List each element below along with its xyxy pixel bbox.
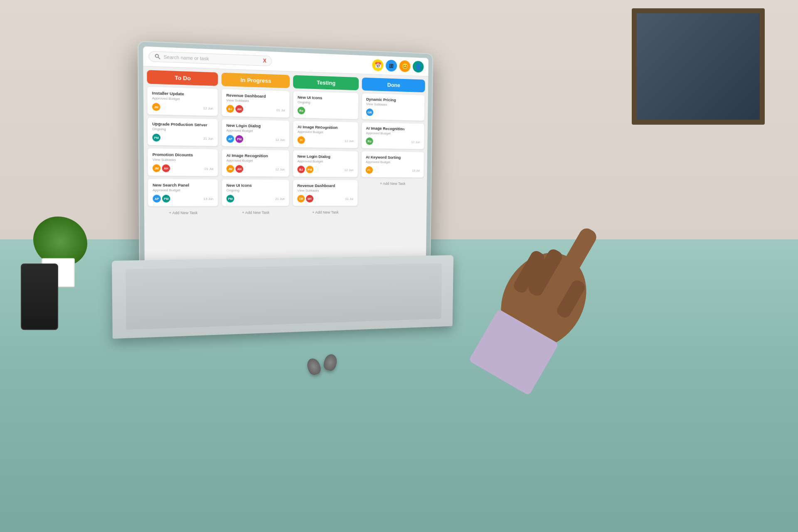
laptop: Search name or task X 📅 ⊞ 😊 👤 To DoInsta…	[138, 41, 479, 355]
task-date: 21 Jun	[203, 136, 213, 140]
task-card[interactable]: AI Image RecognitionApproved BudgetRo12 …	[362, 122, 425, 150]
kanban-board: To DoInstaller UpdateApproved BudgetJM12…	[143, 66, 429, 281]
keyboard-keys	[126, 263, 442, 330]
task-title: Revenue Dashboard	[297, 183, 353, 188]
column-todo: To DoInstaller UpdateApproved BudgetJM12…	[147, 70, 218, 277]
task-subtitle: Approved Budget	[366, 160, 420, 164]
profile-icon[interactable]: 👤	[413, 61, 424, 73]
avatar-badge: PM	[306, 166, 313, 173]
task-avatars: PM	[152, 133, 160, 141]
search-wrapper[interactable]: Search name or task X	[148, 51, 272, 66]
task-card[interactable]: New UI IconsOngoingPM21 Jun	[222, 179, 289, 207]
task-subtitle: Ongoing	[298, 100, 354, 106]
column-header-inprogress: In Progress	[222, 73, 290, 88]
avatar-badge: PM	[162, 195, 170, 203]
task-avatars: JM	[152, 103, 160, 111]
svg-line-1	[158, 57, 160, 59]
task-avatars: JMAH	[227, 165, 244, 173]
task-card[interactable]: AI Keyword SortingApproved BudgetPL13 Ju…	[361, 151, 424, 177]
add-task-button-done[interactable]: + Add New Task	[361, 180, 424, 187]
avatar-badge: Ro	[366, 138, 373, 145]
task-date: 12 Jun	[203, 106, 213, 110]
speaker	[21, 264, 58, 330]
toolbar-icons: 📅 ⊞ 😊 👤	[372, 59, 424, 73]
column-header-done: Done	[362, 77, 425, 92]
task-title: New Login Dialog	[227, 123, 285, 129]
task-subtitle: Ongoing	[227, 188, 285, 192]
task-card[interactable]: AI Image RecognitionApproved BudgetJMAH1…	[222, 149, 289, 177]
task-title: Upgrade Production Server	[152, 121, 213, 128]
avatar-badge: Pl	[298, 136, 305, 144]
task-title: Dynamic Pricing	[366, 97, 421, 103]
task-card[interactable]: Promotion DicountsView SubtasksJMAH01 Ju…	[148, 148, 218, 176]
task-date: 13 Jul	[412, 168, 420, 172]
task-date: 13 Jun	[204, 197, 214, 200]
grid-icon[interactable]: ⊞	[386, 60, 397, 72]
task-subtitle: Ongoing	[152, 127, 213, 132]
avatar-badge: BJ	[226, 105, 234, 113]
add-task-button-inprogress[interactable]: + Add New Task	[222, 209, 289, 217]
task-card[interactable]: Dynamic PricingView SubtasksGR	[362, 93, 425, 121]
task-footer: APPM13 Jun	[153, 195, 213, 202]
task-card[interactable]: New Search PanelApproved BudgetAPPM13 Ju…	[148, 179, 218, 207]
svg-point-0	[155, 54, 159, 58]
task-subtitle: View Subtasks	[297, 189, 353, 192]
column-header-testing: Testing	[293, 75, 359, 91]
task-date: 12 Jun	[411, 140, 420, 144]
task-footer: PM21 Jun	[152, 133, 213, 142]
task-footer: APPM12 Jun	[227, 135, 285, 144]
task-card[interactable]: Revenue DashboardView SubtasksCRMT01 Jul	[293, 180, 358, 206]
task-footer: Ro12 Jun	[366, 138, 420, 146]
task-date: 01 Jul	[276, 108, 285, 112]
task-title: AI Keyword Sorting	[366, 155, 420, 160]
task-card[interactable]: Upgrade Production ServerOngoingPM21 Jun	[147, 117, 218, 146]
add-task-button-todo[interactable]: + Add New Task	[148, 209, 218, 217]
task-footer: BJPM12 Jun	[297, 165, 353, 173]
calendar-icon[interactable]: 📅	[372, 59, 383, 71]
task-title: New Login Dialog	[298, 154, 354, 159]
task-footer: JMAH01 Jul	[153, 164, 213, 172]
emoji-icon[interactable]: 😊	[399, 60, 411, 72]
task-avatars: JMAH	[153, 164, 170, 172]
task-date: 21 Jun	[275, 197, 285, 200]
task-card[interactable]: Revenue DashboardView SubtasksBJAH01 Jul	[222, 89, 290, 118]
earbud-left	[305, 357, 323, 377]
task-subtitle: Approved Budget	[298, 159, 354, 163]
task-footer: CRMT01 Jul	[297, 195, 353, 202]
task-title: New Search Panel	[153, 182, 213, 187]
column-header-todo: To Do	[147, 70, 218, 86]
task-date: 12 Jun	[276, 138, 285, 142]
task-avatars: BJAH	[226, 105, 243, 113]
task-footer: PL13 Jul	[366, 166, 420, 174]
task-avatars: Ro	[298, 107, 305, 115]
task-card[interactable]: AI Image RecognitionApproved BudgetPl12 …	[293, 121, 359, 148]
task-card[interactable]: New Login DialogApproved BudgetBJPM12 Ju…	[293, 150, 358, 177]
task-footer: PM21 Jun	[227, 195, 285, 202]
task-avatars: GR	[366, 108, 374, 116]
task-title: New UI Icons	[227, 183, 285, 188]
avatar-badge: AH	[162, 164, 170, 172]
task-date: 12 Jun	[345, 139, 354, 143]
avatar-badge: JM	[153, 164, 161, 172]
task-avatars: CRMT	[297, 195, 313, 202]
task-card[interactable]: New Login DialogApproved BudgetAPPM12 Ju…	[222, 119, 290, 148]
task-avatars: Ro	[366, 138, 373, 145]
scene: Search name or task X 📅 ⊞ 😊 👤 To DoInsta…	[0, 0, 798, 532]
task-title: AI Image Recognition	[298, 124, 354, 130]
task-subtitle: Approved Budget	[152, 96, 213, 102]
avatar-badge: PM	[152, 133, 160, 141]
avatar-badge: MT	[306, 195, 313, 202]
task-subtitle: View Subtasks	[366, 102, 421, 107]
task-subtitle: Approved Budget	[366, 131, 420, 136]
task-footer: JMAH12 Jun	[227, 165, 285, 173]
task-date: 12 Jun	[275, 167, 285, 171]
avatar-badge: JM	[152, 103, 160, 111]
task-avatars: Pl	[298, 136, 305, 144]
task-card[interactable]: New UI IconsOngoingRo	[293, 91, 359, 120]
task-card[interactable]: Installer UpdateApproved BudgetJM12 Jun	[147, 86, 218, 116]
add-task-button-testing[interactable]: + Add New Task	[293, 209, 358, 216]
avatar-badge: PL	[366, 166, 373, 174]
avatar-badge: AP	[153, 195, 161, 202]
column-testing: TestingNew UI IconsOngoingRoAI Image Rec…	[293, 75, 359, 274]
search-clear-button[interactable]: X	[263, 58, 266, 64]
